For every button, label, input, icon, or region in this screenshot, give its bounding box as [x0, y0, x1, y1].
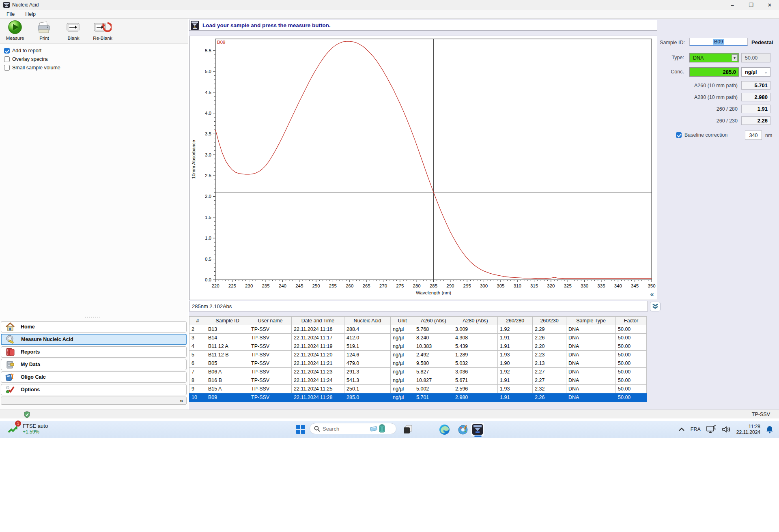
small-sample-volume-checkbox[interactable]: Small sample volume	[4, 64, 60, 71]
series-label: B09	[217, 40, 225, 45]
table-header-row: #Sample IDUser nameDate and TimeNucleic …	[189, 317, 647, 325]
table-row[interactable]: 6B05TP-SSV22.11.2024 11:21479.0ng/µl9.58…	[189, 359, 647, 368]
collapse-left-icon[interactable]: «	[647, 291, 657, 298]
menu-file[interactable]: File	[6, 11, 15, 17]
table-row[interactable]: 10B09TP-SSV22.11.2024 11:28285.0ng/µl5.7…	[189, 393, 647, 402]
table-cell: 50.00	[616, 393, 647, 402]
options-icon	[5, 385, 15, 394]
checkbox-icon	[4, 56, 10, 62]
table-cell: 50.00	[616, 385, 647, 393]
sidebar-item-my-data[interactable]: My Data	[1, 359, 187, 370]
blank-button[interactable]: Blank	[62, 20, 85, 41]
table-cell: 10	[189, 393, 206, 402]
column-header[interactable]: 260/280	[498, 317, 533, 325]
reblank-button[interactable]: Re-Blank	[91, 20, 114, 41]
widget-change: +1.59%	[23, 429, 48, 435]
restore-icon[interactable]: ❐	[742, 0, 760, 10]
sidebar-item-home[interactable]: Home	[1, 321, 187, 332]
table-cell: 50.00	[616, 376, 647, 385]
volume-icon[interactable]	[722, 426, 731, 433]
screen: Nucleic Acid – ❐ ✕ File Help Measure	[0, 0, 779, 532]
column-header[interactable]: A280 (Abs)	[453, 317, 498, 325]
clock[interactable]: 11:28 22.11.2024	[736, 424, 760, 435]
column-header[interactable]: 260/230	[533, 317, 566, 325]
widget-badge: 1	[15, 420, 21, 427]
table-row[interactable]: 5B11 12 BTP-SSV22.11.2024 11:20124.6ng/µ…	[189, 351, 647, 359]
table-cell: 5.827	[414, 368, 453, 376]
svg-text:285: 285	[430, 283, 437, 288]
panel-splitter-handle[interactable]	[85, 317, 103, 318]
tray-date: 22.11.2024	[736, 429, 760, 435]
sidebar-item-measure-nucleic-acid[interactable]: Measure Nucleic Acid	[1, 334, 187, 345]
column-header[interactable]: Nucleic Acid	[344, 317, 391, 325]
expand-down-button[interactable]	[650, 302, 661, 311]
widget-title: FTSE auto	[23, 423, 48, 429]
notification-bell-icon[interactable]	[766, 425, 773, 433]
menu-help[interactable]: Help	[25, 11, 36, 17]
measure-button[interactable]: Measure	[3, 20, 27, 41]
language-indicator[interactable]: FRA	[691, 427, 701, 432]
paint-app-button[interactable]	[456, 423, 470, 436]
conc-unit-dropdown[interactable]: ng/µl ⌄	[741, 67, 770, 77]
table-cell: 50.00	[616, 334, 647, 342]
search-input[interactable]	[323, 426, 367, 432]
taskbar-widget[interactable]: 1 FTSE auto +1.59%	[7, 423, 48, 435]
nucleic-acid-app-button[interactable]	[471, 423, 484, 436]
type-value: DNA	[693, 55, 704, 61]
table-row[interactable]: 7B06 ATP-SSV22.11.2024 11:23291.3ng/µl5.…	[189, 368, 647, 376]
table-row[interactable]: 9B15 ATP-SSV22.11.2024 11:25250.1ng/µl5.…	[189, 385, 647, 393]
spectrum-plot[interactable]: 2202252302352402452502552602652702752802…	[189, 36, 657, 300]
close-icon[interactable]: ✕	[760, 0, 779, 10]
sample-id-input[interactable]: B09	[689, 38, 748, 46]
network-icon[interactable]	[706, 425, 716, 433]
table-row[interactable]: 3B14TP-SSV22.11.2024 11:17412.0ng/µl8.24…	[189, 334, 647, 342]
overlay-spectra-checkbox[interactable]: Overlay spectra	[4, 56, 48, 62]
table-row[interactable]: 8B16 BTP-SSV22.11.2024 11:24541.3ng/µl10…	[189, 376, 647, 385]
start-button[interactable]	[294, 423, 308, 436]
edge-browser-button[interactable]	[437, 423, 451, 436]
table-cell: 4.308	[453, 334, 498, 342]
sidebar-item-reports[interactable]: Reports	[1, 346, 187, 358]
type-dropdown[interactable]: DNA ▾	[689, 53, 739, 62]
column-header[interactable]: Factor	[616, 317, 647, 325]
column-header[interactable]: Sample Type	[566, 317, 616, 325]
table-cell: 288.4	[344, 325, 391, 334]
results-table: #Sample IDUser nameDate and TimeNucleic …	[189, 316, 647, 402]
sidebar-item-options[interactable]: Options	[1, 384, 187, 395]
table-cell: 1.91	[498, 342, 533, 351]
print-button[interactable]: Print	[32, 20, 56, 41]
table-cell: 50.00	[616, 351, 647, 359]
add-to-report-checkbox[interactable]: Add to report	[4, 47, 41, 54]
print-icon	[37, 20, 52, 35]
x-axis-label: Wavelength (nm)	[416, 290, 451, 295]
table-cell: TP-SSV	[249, 376, 292, 385]
cursor-readout: 285nm 2.102Abs	[189, 301, 648, 311]
sidebar-expand-button[interactable]: »	[1, 397, 187, 405]
minimize-icon[interactable]: –	[723, 0, 742, 10]
results-table-wrap: #Sample IDUser nameDate and TimeNucleic …	[189, 316, 647, 402]
tray-chevron-up-icon[interactable]	[678, 427, 685, 432]
column-header[interactable]: User name	[249, 317, 292, 325]
main-content: Load your sample and press the measure b…	[189, 19, 779, 410]
column-header[interactable]: A260 (Abs)	[414, 317, 453, 325]
baseline-correction-label: Baseline correction	[684, 132, 727, 138]
column-header[interactable]: Unit	[391, 317, 414, 325]
column-header[interactable]: Sample ID	[206, 317, 249, 325]
baseline-wavelength-input[interactable]: 340	[745, 131, 762, 140]
column-header[interactable]: #	[189, 317, 206, 325]
table-cell: 285.0	[344, 393, 391, 402]
pedestal-label: Pedestal	[751, 39, 773, 45]
chevron-down-icon	[652, 303, 658, 310]
sidebar-item-oligo-calc[interactable]: Oligo Calc	[1, 371, 187, 383]
svg-text:245: 245	[295, 283, 303, 288]
column-header[interactable]: Date and Time	[292, 317, 344, 325]
svg-text:305: 305	[497, 283, 504, 288]
task-view-button[interactable]	[401, 423, 415, 436]
baseline-correction-checkbox[interactable]: Baseline correction	[676, 132, 727, 138]
table-row[interactable]: 2B13TP-SSV22.11.2024 11:16288.4ng/µl5.76…	[189, 325, 647, 334]
search-highlight-travel-icons	[370, 424, 387, 433]
taskbar-search[interactable]	[310, 423, 396, 434]
home-icon	[5, 322, 15, 331]
table-cell: B16 B	[206, 376, 249, 385]
table-row[interactable]: 4B11 12 ATP-SSV22.11.2024 11:19519.1ng/µ…	[189, 342, 647, 351]
